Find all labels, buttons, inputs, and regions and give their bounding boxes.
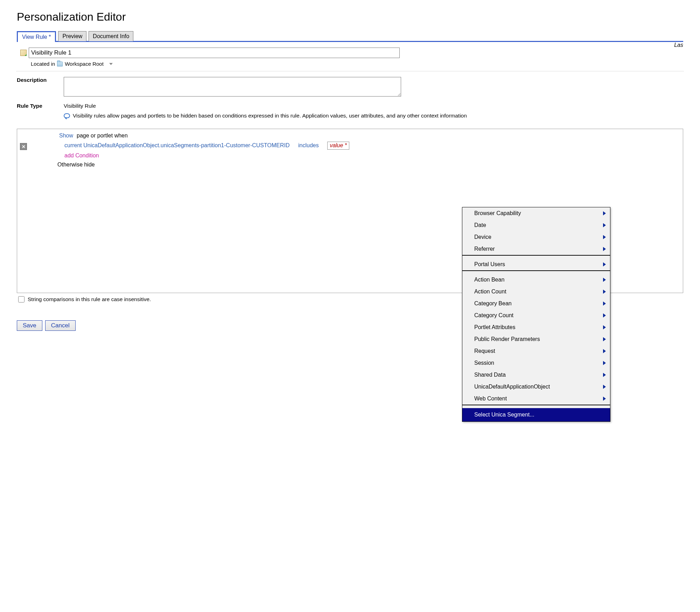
dropdown-item-browser-capability[interactable]: Browser Capability: [462, 207, 610, 219]
save-button[interactable]: Save: [17, 320, 42, 331]
submenu-arrow-icon: [603, 325, 606, 329]
case-insensitive-label: String comparisons in this rule are case…: [28, 296, 151, 303]
located-in-label: Located in: [31, 61, 55, 67]
dropdown-item-label: Device: [474, 234, 491, 240]
submenu-arrow-icon: [603, 313, 606, 318]
add-condition-link[interactable]: add Condition: [64, 152, 99, 159]
dropdown-item-label: Date: [474, 222, 486, 228]
submenu-arrow-icon: [603, 290, 606, 294]
condition-expression-link[interactable]: current UnicaDefaultApplicationObject.un…: [64, 142, 290, 149]
show-keyword[interactable]: Show: [59, 133, 73, 139]
page-title: Personalization Editor: [17, 10, 683, 23]
rule-document-icon: [20, 50, 27, 56]
last-modified-fragment: Las: [674, 42, 683, 48]
tab-bar: View Rule * Preview Document Info: [17, 30, 683, 42]
submenu-arrow-icon: [603, 235, 606, 239]
workspace-root-value: Workspace Root: [65, 61, 104, 67]
rule-type-help-text: Visibility rules allow pages and portlet…: [73, 113, 467, 119]
case-insensitive-checkbox[interactable]: [18, 296, 24, 303]
submenu-arrow-icon: [603, 262, 606, 266]
value-input[interactable]: value *: [327, 142, 349, 150]
submenu-arrow-icon: [603, 247, 606, 251]
value-dropdown-menu: Browser Capability Date Device Referrer …: [462, 207, 610, 341]
dropdown-item-category-count[interactable]: Category Count: [462, 309, 610, 321]
cancel-button[interactable]: Cancel: [45, 320, 76, 331]
rule-type-label: Rule Type: [17, 103, 59, 109]
dropdown-item-date[interactable]: Date: [462, 219, 610, 231]
tab-preview[interactable]: Preview: [58, 31, 86, 41]
dropdown-item-portlet-attributes[interactable]: Portlet Attributes: [462, 321, 610, 333]
dropdown-item-label: Category Bean: [474, 300, 512, 307]
dropdown-item-label: Category Count: [474, 312, 513, 319]
dropdown-item-action-count[interactable]: Action Count: [462, 286, 610, 298]
dropdown-item-label: Referrer: [474, 246, 495, 252]
dropdown-item-portal-users[interactable]: Portal Users: [462, 258, 610, 270]
submenu-arrow-icon: [603, 223, 606, 227]
help-bubble-icon: [64, 113, 70, 118]
submenu-arrow-icon: [603, 337, 606, 341]
dropdown-item-label: Action Count: [474, 289, 506, 295]
dropdown-item-referrer[interactable]: Referrer: [462, 243, 610, 255]
dropdown-item-category-bean[interactable]: Category Bean: [462, 298, 610, 309]
dropdown-item-label: Portlet Attributes: [474, 324, 515, 330]
dropdown-item-public-render-params[interactable]: Public Render Parameters: [462, 333, 610, 341]
dropdown-item-label: Public Render Parameters: [474, 336, 540, 341]
dropdown-item-label: Action Bean: [474, 277, 504, 283]
dropdown-item-action-bean[interactable]: Action Bean: [462, 274, 610, 286]
description-textarea[interactable]: [64, 77, 401, 97]
dropdown-item-label: Browser Capability: [474, 210, 521, 216]
rule-name-input[interactable]: [29, 48, 400, 58]
submenu-arrow-icon: [603, 278, 606, 282]
tab-document-info[interactable]: Document Info: [89, 31, 133, 41]
description-label: Description: [17, 77, 59, 83]
page-or-portlet-when-text: page or portlet when: [77, 133, 128, 139]
dropdown-item-device[interactable]: Device: [462, 231, 610, 243]
workspace-root-icon: [57, 62, 63, 66]
workspace-dropdown-icon[interactable]: [109, 63, 113, 65]
submenu-arrow-icon: [603, 301, 606, 306]
tab-view-rule[interactable]: View Rule *: [17, 31, 56, 42]
otherwise-hide-text: Otherwise hide: [57, 162, 95, 168]
includes-operator-link[interactable]: includes: [298, 142, 319, 149]
separator: [16, 71, 684, 71]
submenu-arrow-icon: [603, 211, 606, 215]
dropdown-item-label: Portal Users: [474, 261, 505, 268]
remove-condition-button[interactable]: [20, 143, 27, 150]
rule-type-value: Visibility Rule: [64, 103, 467, 109]
